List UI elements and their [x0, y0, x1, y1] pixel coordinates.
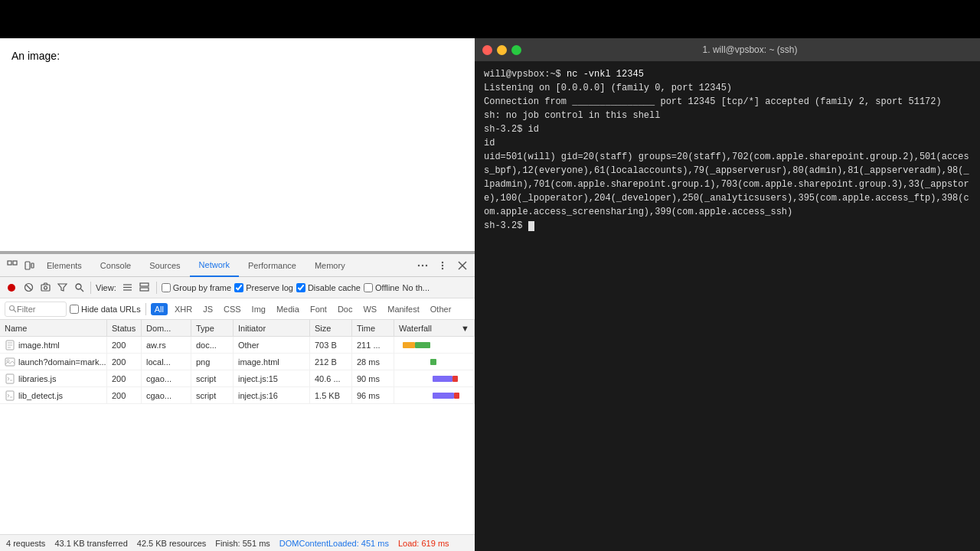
terminal-minimize-button[interactable]: [497, 45, 507, 55]
svg-rect-2: [25, 262, 30, 269]
cell-name: libraries.js: [0, 370, 107, 386]
filter-doc[interactable]: Doc: [334, 303, 357, 315]
disable-cache-input[interactable]: [296, 283, 305, 292]
top-bar: [0, 0, 980, 38]
filter-media[interactable]: Media: [273, 303, 303, 315]
cell-size: 703 B: [310, 337, 352, 353]
cell-time: 90 ms: [352, 370, 394, 386]
svg-rect-23: [140, 288, 149, 291]
filter-all[interactable]: All: [151, 303, 168, 315]
terminal-cursor: [528, 221, 534, 231]
filter-img[interactable]: Img: [248, 303, 270, 315]
cell-domain: cgao...: [142, 387, 191, 403]
preserve-log-input[interactable]: [234, 283, 243, 292]
cell-size: 212 B: [310, 354, 352, 370]
col-domain[interactable]: Dom...: [142, 320, 191, 336]
col-name[interactable]: Name: [0, 320, 107, 336]
filter-manifest[interactable]: Manifest: [384, 303, 423, 315]
filter-js[interactable]: JS: [199, 303, 217, 315]
group-by-frame-input[interactable]: [162, 283, 171, 292]
close-devtools-icon[interactable]: [454, 257, 471, 274]
hide-data-urls-checkbox[interactable]: Hide data URLs: [70, 305, 141, 314]
clear-button[interactable]: [21, 281, 35, 295]
cell-size: 1.5 KB: [310, 387, 352, 403]
script-icon: [5, 373, 15, 384]
device-icon[interactable]: [21, 257, 38, 274]
col-waterfall[interactable]: Waterfall ▼: [394, 320, 475, 336]
terminal-close-button[interactable]: [482, 45, 492, 55]
initiator-link[interactable]: inject.js:15: [238, 374, 278, 383]
screenshot-button[interactable]: [38, 281, 52, 295]
svg-rect-32: [6, 374, 14, 383]
col-status[interactable]: Status: [107, 320, 142, 336]
offline-checkbox[interactable]: Offline: [364, 283, 400, 292]
cell-waterfall: [394, 387, 475, 403]
cell-status: 200: [107, 387, 142, 403]
more-tabs-icon[interactable]: [414, 257, 431, 274]
cell-initiator: inject.js:15: [234, 370, 310, 386]
terminal-maximize-button[interactable]: [511, 45, 521, 55]
col-time[interactable]: Time: [352, 320, 394, 336]
filter-xhr[interactable]: XHR: [171, 303, 196, 315]
tab-network[interactable]: Network: [190, 254, 239, 277]
view-list-button[interactable]: [121, 281, 135, 295]
resources-size: 42.5 KB resources: [137, 539, 207, 548]
terminal-body[interactable]: will@vpsbox:~$ nc -vnkl 12345 Listening …: [475, 61, 980, 551]
cell-name: image.html: [0, 337, 107, 353]
filter-ws[interactable]: WS: [359, 303, 381, 315]
preserve-log-checkbox[interactable]: Preserve log: [234, 283, 293, 292]
col-type[interactable]: Type: [191, 320, 234, 336]
filter-input-container[interactable]: [5, 302, 67, 317]
view-label: View:: [96, 283, 116, 292]
col-size[interactable]: Size: [310, 320, 352, 336]
col-initiator[interactable]: Initiator: [234, 320, 310, 336]
terminal-titlebar: 1. will@vpsbox: ~ (ssh): [475, 38, 980, 61]
group-by-frame-checkbox[interactable]: Group by frame: [162, 283, 231, 292]
view-large-button[interactable]: [138, 281, 152, 295]
tab-elements[interactable]: Elements: [38, 254, 91, 277]
tab-console[interactable]: Console: [91, 254, 140, 277]
tab-performance[interactable]: Performance: [239, 254, 305, 277]
filter-button[interactable]: [55, 281, 69, 295]
terminal-prompt-line: sh-3.2$: [484, 219, 971, 233]
cell-type: script: [191, 370, 234, 386]
inspector-icon[interactable]: [4, 257, 21, 274]
terminal-output: uid=501(will) gid=20(staff) groups=20(st…: [484, 150, 971, 219]
svg-point-12: [8, 284, 15, 292]
record-button[interactable]: [5, 281, 18, 295]
svg-rect-22: [140, 283, 149, 286]
separator-filter: [145, 303, 146, 315]
terminal-controls: [482, 45, 521, 55]
initiator-link[interactable]: image.html: [238, 357, 279, 367]
terminal-line: id: [484, 136, 971, 150]
browser-text: An image:: [11, 50, 60, 62]
disable-cache-checkbox[interactable]: Disable cache: [296, 283, 361, 292]
table-row[interactable]: launch?domain=mark... 200 local... png i…: [0, 354, 475, 370]
table-row[interactable]: image.html 200 aw.rs doc... Other 703 B …: [0, 337, 475, 354]
filter-other[interactable]: Other: [426, 303, 456, 315]
tab-sources[interactable]: Sources: [140, 254, 189, 277]
svg-rect-34: [6, 391, 14, 400]
table-row[interactable]: libraries.js 200 cgao... script inject.j…: [0, 370, 475, 387]
hide-data-urls-input[interactable]: [70, 305, 79, 314]
search-button[interactable]: [72, 281, 86, 295]
initiator-link[interactable]: inject.js:16: [238, 391, 278, 400]
cell-domain: local...: [142, 354, 191, 370]
cell-name: launch?domain=mark...: [0, 354, 107, 370]
filter-font[interactable]: Font: [306, 303, 331, 315]
table-header: Name Status Dom... Type Initiator Size T…: [0, 320, 475, 337]
devtools-menu-icon[interactable]: [434, 257, 451, 274]
tab-memory[interactable]: Memory: [305, 254, 354, 277]
offline-input[interactable]: [364, 283, 373, 292]
svg-line-25: [14, 310, 16, 312]
devtools-tabs: Elements Console Sources Network Perform…: [0, 254, 475, 277]
requests-count: 4 requests: [6, 539, 45, 548]
cell-initiator: image.html: [234, 354, 310, 370]
cell-domain: aw.rs: [142, 337, 191, 353]
terminal-title: 1. will@vpsbox: ~ (ssh): [528, 44, 972, 55]
filter-input[interactable]: [17, 305, 63, 314]
browser-content: An image:: [0, 38, 475, 253]
table-row[interactable]: lib_detect.js 200 cgao... script inject.…: [0, 387, 475, 404]
cell-type: script: [191, 387, 234, 403]
filter-css[interactable]: CSS: [220, 303, 245, 315]
